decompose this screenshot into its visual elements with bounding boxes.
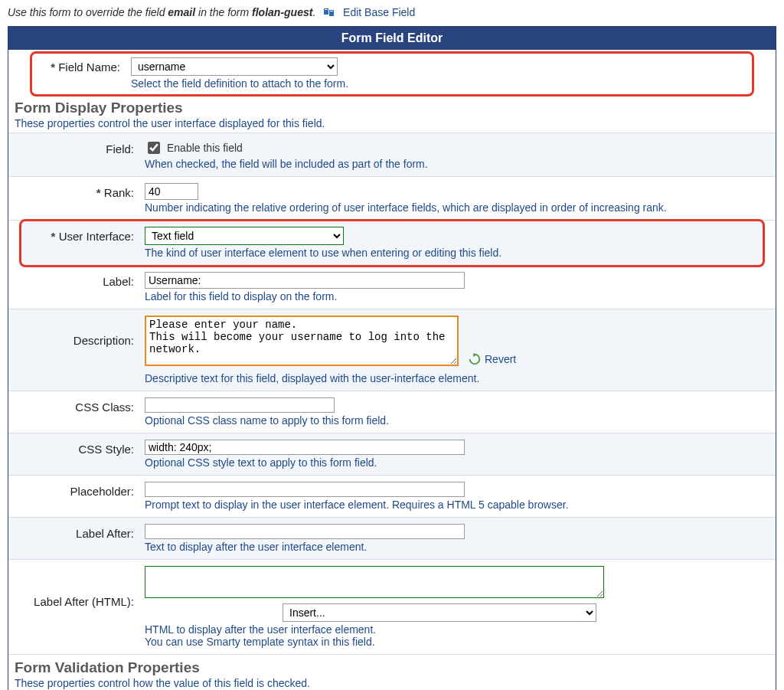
label-after-html-label: Label After (HTML): xyxy=(11,564,140,608)
section-validation-sub: These properties control how the value o… xyxy=(15,677,769,689)
row-rank: Rank: Number indicating the relative ord… xyxy=(8,177,776,221)
intro-prefix: Use this form to override the field xyxy=(8,6,168,18)
svg-rect-2 xyxy=(325,9,328,10)
placeholder-input[interactable] xyxy=(145,482,465,497)
label-after-label: Label After: xyxy=(11,522,140,540)
section-display-properties: Form Display Properties These properties… xyxy=(8,95,776,133)
row-label-after-html: Label After (HTML): Insert... HTML to di… xyxy=(8,560,776,655)
revert-button[interactable]: Revert xyxy=(468,352,516,366)
form-field-editor-panel: Form Field Editor Field Name: username S… xyxy=(8,26,776,690)
ui-hint: The kind of user interface element to us… xyxy=(145,247,756,259)
enable-field-checkbox[interactable] xyxy=(148,142,160,154)
insert-select[interactable]: Insert... xyxy=(283,603,596,622)
rank-label: Rank: xyxy=(11,181,140,199)
label-label: Label: xyxy=(11,270,140,288)
row-label: Label: Label for this field to display o… xyxy=(8,266,776,309)
field-label: Field: xyxy=(11,138,140,155)
revert-icon xyxy=(468,352,482,366)
label-after-input[interactable] xyxy=(145,524,465,539)
label-after-html-hint2: You can use Smarty template syntax in th… xyxy=(145,636,768,648)
css-class-hint: Optional CSS class name to apply to this… xyxy=(145,414,768,427)
field-name-select[interactable]: username xyxy=(131,57,338,76)
intro-suffix: . xyxy=(312,6,315,18)
field-name-hint: Select the field definition to attach to… xyxy=(131,77,746,90)
description-label: Description: xyxy=(11,314,140,347)
field-name-label: Field Name: xyxy=(34,56,126,74)
svg-marker-4 xyxy=(473,353,476,357)
ui-label: User Interface: xyxy=(24,225,140,243)
placeholder-label: Placeholder: xyxy=(11,480,140,498)
rank-hint: Number indicating the relative ordering … xyxy=(145,201,768,214)
enable-field-label: Enable this field xyxy=(167,142,243,154)
row-placeholder: Placeholder: Prompt text to display in t… xyxy=(8,476,776,518)
label-after-html-textarea[interactable] xyxy=(145,566,604,598)
css-style-label: CSS Style: xyxy=(11,438,140,456)
edit-base-link[interactable]: Edit Base Field xyxy=(343,6,415,18)
rank-input[interactable] xyxy=(145,183,198,200)
css-style-input[interactable] xyxy=(145,440,465,455)
intro-text: Use this form to override the field emai… xyxy=(8,6,776,18)
label-hint: Label for this field to display on the f… xyxy=(145,290,768,302)
section-validation-properties: Form Validation Properties These propert… xyxy=(8,655,776,690)
section-display-title: Form Display Properties xyxy=(15,100,769,116)
row-label-after: Label After: Text to display after the u… xyxy=(8,518,776,560)
section-validation-title: Form Validation Properties xyxy=(15,659,769,676)
edit-base-icon xyxy=(323,6,335,18)
revert-label: Revert xyxy=(485,353,516,365)
intro-form-name: flolan-guest xyxy=(252,6,312,18)
label-after-hint: Text to display after the user interface… xyxy=(145,541,768,553)
label-after-html-hint1: HTML to display after the user interface… xyxy=(145,623,768,636)
panel-title: Form Field Editor xyxy=(8,27,776,50)
css-class-label: CSS Class: xyxy=(11,396,140,414)
intro-mid: in the form xyxy=(195,6,252,18)
description-textarea[interactable] xyxy=(145,316,459,366)
css-class-input[interactable] xyxy=(145,397,335,413)
label-input[interactable] xyxy=(145,272,465,289)
svg-rect-3 xyxy=(330,11,333,11)
row-user-interface: User Interface: Text field The kind of u… xyxy=(21,221,763,266)
field-hint: When checked, the field will be included… xyxy=(145,158,768,170)
css-style-hint: Optional CSS style text to apply to this… xyxy=(145,456,768,469)
placeholder-hint: Prompt text to display in the user inter… xyxy=(145,499,768,511)
row-css-class: CSS Class: Optional CSS class name to ap… xyxy=(8,391,776,433)
intro-field-name: email xyxy=(168,6,195,18)
row-css-style: CSS Style: Optional CSS style text to ap… xyxy=(8,433,776,476)
section-display-sub: These properties control the user interf… xyxy=(15,117,769,129)
description-hint: Descriptive text for this field, display… xyxy=(145,372,768,384)
row-field-name: Field Name: username Select the field de… xyxy=(31,53,753,95)
row-description: Description: Revert Descriptive text for… xyxy=(8,309,776,391)
row-field: Field: Enable this field When checked, t… xyxy=(8,133,776,177)
user-interface-select[interactable]: Text field xyxy=(145,227,344,245)
